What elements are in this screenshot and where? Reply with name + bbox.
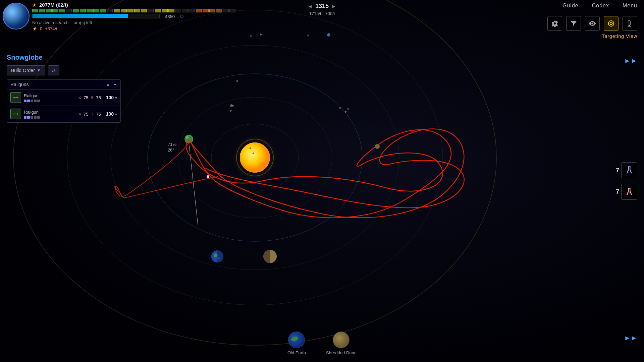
resource-bars: [32, 9, 644, 12]
attack-icon-2: ⚔: [78, 112, 82, 116]
shield-icon-2: ⛨: [91, 112, 94, 116]
shredded-dune-icon: [333, 331, 350, 348]
weapon-name-2: Railgun: [24, 110, 75, 115]
flask-badge-num-2: 7: [616, 188, 619, 195]
bottom-right-arrow[interactable]: ►►: [624, 334, 637, 342]
weapon-details-1: Railgun: [24, 93, 75, 102]
targeting-icon[interactable]: [604, 16, 619, 31]
res-bar-group-5: [196, 9, 235, 12]
flask-icon-1[interactable]: [621, 162, 637, 178]
weapon-row-2: Railgun ⚔ 75 ⛨ 75 100 ▾: [7, 106, 120, 122]
res3-icon: ⬡: [180, 14, 183, 19]
res-bar: [100, 9, 106, 12]
res-bar: [52, 9, 58, 12]
res-bar-yellow: [162, 9, 168, 12]
weapon-power-2: 100 ▾: [104, 111, 117, 117]
flask-badge-2: 7 !: [616, 184, 637, 200]
res-bar-yellow: [168, 9, 174, 12]
weapon-name-1: Railgun: [24, 93, 75, 98]
weapon-stats-2: ⚔ 75 ⛨ 75: [78, 112, 101, 117]
weapon-icon-1: [10, 92, 21, 103]
svg-text:▼: ▼: [344, 110, 347, 114]
colony-name[interactable]: Snowglobe: [7, 54, 121, 61]
bottom-planets: Old Earth Shredded Dune: [287, 331, 357, 355]
lightning-icon: ⚡: [32, 26, 37, 31]
svg-point-63: [214, 253, 218, 257]
old-earth-icon: [288, 331, 305, 348]
svg-point-42: [240, 142, 270, 173]
svg-point-60: [207, 175, 209, 178]
collapse-icon[interactable]: ▲: [106, 82, 110, 87]
add-icon[interactable]: ✦: [113, 82, 117, 87]
top-right-arrows[interactable]: ►►: [624, 57, 637, 65]
visibility-icon[interactable]: [585, 16, 600, 31]
queue-icon-btn[interactable]: ⇄: [48, 65, 59, 75]
power-arrow-1[interactable]: ▾: [115, 96, 117, 100]
res-bar-yellow: [155, 9, 161, 12]
res-bar: [80, 9, 86, 12]
filter-icon[interactable]: [566, 16, 581, 31]
prev-turn-arrow[interactable]: ◄: [308, 3, 313, 9]
planet-avatar[interactable]: [3, 3, 30, 29]
settings-icon[interactable]: [547, 16, 562, 31]
res-bar-empty: [182, 9, 188, 12]
turn-number: 1315: [315, 3, 329, 10]
stat-val-1b: 75: [96, 95, 101, 100]
planet-item-earth[interactable]: Old Earth: [287, 331, 306, 355]
res-bar-empty: [107, 9, 113, 12]
shredded-dune-label: Shredded Dune: [326, 350, 357, 355]
research-icon[interactable]: [623, 16, 637, 31]
old-earth-label: Old Earth: [287, 350, 306, 355]
flask-warning-icon[interactable]: !: [621, 184, 637, 200]
res-bar-group-3: [114, 9, 154, 12]
svg-text:◄: ◄: [248, 146, 252, 150]
ammo-bar: [31, 116, 33, 119]
header-icons: ▲ ✦: [106, 82, 117, 87]
svg-text:◄: ◄: [252, 151, 255, 155]
attack-icon: ⚔: [78, 96, 82, 100]
ammo-bar: [27, 116, 30, 119]
ammo-bar: [37, 100, 40, 102]
weapon-icon-2: [10, 109, 21, 119]
top-nav: Guide Codex Menu: [556, 0, 644, 11]
res-bar-yellow: [141, 9, 147, 12]
progress-bar-container: [32, 14, 160, 18]
svg-text:▼: ▼: [229, 109, 232, 113]
planet-item-dune[interactable]: Shredded Dune: [326, 331, 357, 355]
resource-rates: 1715/t 700/t: [309, 11, 335, 16]
power-arrow-2[interactable]: ▾: [115, 112, 117, 116]
weapon-stats-1: ⚔ 75 ⛨ 75: [78, 95, 101, 100]
res3-value: 4350: [165, 14, 175, 19]
weapon-ammo-bars-1: [24, 100, 75, 102]
res-bar-group-2: [73, 9, 113, 12]
next-turn-arrow[interactable]: ►: [331, 3, 336, 9]
right-side-badges: 7 7 !: [616, 162, 637, 200]
res-bar-group-1: [32, 9, 72, 12]
menu-button[interactable]: Menu: [616, 0, 644, 11]
res-bar: [73, 9, 79, 12]
guide-button[interactable]: Guide: [556, 0, 585, 11]
ammo-bar: [24, 116, 26, 119]
svg-text:►: ►: [339, 106, 342, 110]
res-bar-empty: [66, 9, 72, 12]
left-panel: Snowglobe Build Order ▼ ⇄ Railguns ▲ ✦ R…: [7, 54, 121, 123]
res-bar: [32, 9, 38, 12]
top-center: ◄ 1315 ► 1715/t 700/t: [308, 3, 336, 16]
res-bar: [59, 9, 65, 12]
res-bar: [39, 9, 45, 12]
ammo-bar: [37, 116, 40, 119]
build-order-dropdown[interactable]: Build Order ▼: [7, 65, 45, 75]
ammo-bar: [31, 100, 33, 102]
res-bar: [46, 9, 52, 12]
turn-info: ◄ 1315 ►: [308, 3, 336, 10]
stat-val-2b: 75: [96, 112, 101, 117]
weapon-row-1: Railgun ⚔ 75 ⛨ 75 100 ▾: [7, 89, 120, 106]
svg-point-45: [186, 136, 189, 139]
weapon-details-2: Railgun: [24, 110, 75, 119]
ammo-bar: [34, 100, 37, 102]
weapon-power-1: 100 ▾: [104, 95, 117, 100]
codex-button[interactable]: Codex: [585, 0, 616, 11]
population-text: 2077M (62/t): [39, 2, 68, 8]
res-bar-orange: [196, 9, 202, 12]
top-icons: [547, 16, 637, 31]
